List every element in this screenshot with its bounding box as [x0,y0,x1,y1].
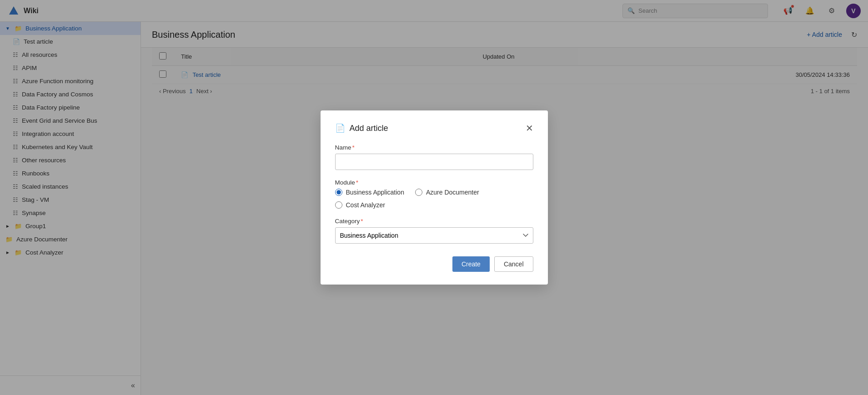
add-article-modal: 📄 Add article ✕ Name* Module* Business A… [321,110,548,285]
module-option-cost-analyzer[interactable]: Cost Analyzer [335,201,385,209]
category-select[interactable]: Business Application [335,227,533,244]
cancel-button[interactable]: Cancel [494,256,533,272]
category-field-group: Category* Business Application [335,218,533,244]
modal-overlay[interactable]: 📄 Add article ✕ Name* Module* Business A… [0,0,868,395]
module-option-business-application[interactable]: Business Application [335,189,404,196]
module-option-azure-documenter[interactable]: Azure Documenter [415,189,479,196]
module-radio-cost-analyzer[interactable] [335,201,342,209]
module-radio-azure-documenter[interactable] [415,189,422,196]
name-field-group: Name* [335,144,533,170]
modal-close-button[interactable]: ✕ [526,124,533,133]
create-button[interactable]: Create [452,256,490,272]
module-radio-business-application[interactable] [335,189,342,196]
module-radio-group: Business Application Azure Documenter Co… [335,189,533,209]
modal-title: 📄 Add article [335,123,388,133]
category-label: Category* [335,218,533,225]
modal-header: 📄 Add article ✕ [335,123,533,133]
module-required: * [356,179,358,186]
modal-footer: Create Cancel [335,256,533,272]
name-required: * [352,144,355,151]
name-input[interactable] [335,154,533,170]
category-required: * [361,218,363,225]
module-label: Module* [335,179,533,186]
document-icon: 📄 [335,123,345,133]
name-label: Name* [335,144,533,151]
module-field-group: Module* Business Application Azure Docum… [335,179,533,209]
